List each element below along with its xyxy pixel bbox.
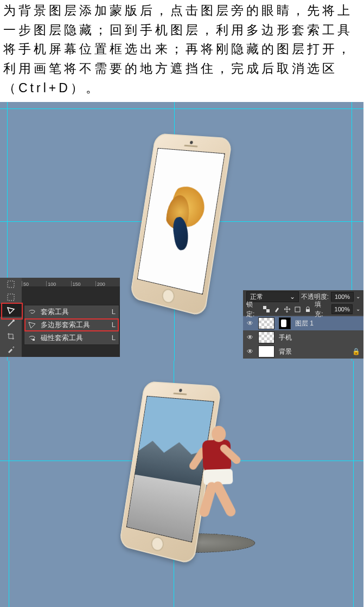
magnetic-lasso-icon <box>28 334 36 342</box>
phone-camera <box>190 141 193 144</box>
tool-item-label: 套索工具 <box>41 306 69 317</box>
guide-vertical <box>9 361 9 607</box>
layer-row[interactable]: 👁 背景 🔒 <box>243 344 363 359</box>
layer-mask-thumbnail[interactable] <box>279 317 291 329</box>
opacity-value-input[interactable]: 100% <box>331 292 354 302</box>
lock-transparency-icon[interactable] <box>263 306 270 313</box>
lasso-icon <box>28 308 36 316</box>
lock-label: 锁定: <box>246 299 260 320</box>
ruler-tick: 100 <box>46 281 71 286</box>
magnetic-lasso-tool-item[interactable]: 磁性套索工具 L <box>24 331 119 344</box>
lasso-tool-item[interactable]: 套索工具 L <box>24 305 119 318</box>
layers-header-row: 正常 ⌄ 不透明度: 100% ⌄ <box>243 290 363 303</box>
phone-mockup <box>130 133 233 317</box>
tool-shortcut: L <box>112 333 116 343</box>
layer-row[interactable]: 👁 图层 1 <box>243 316 363 330</box>
svg-rect-8 <box>266 309 270 312</box>
svg-rect-7 <box>263 306 266 309</box>
guide-vertical <box>353 361 354 607</box>
phone-speaker <box>173 393 187 395</box>
phone-speaker <box>184 145 197 148</box>
chevron-down-icon[interactable]: ⌄ <box>356 292 360 301</box>
fish-wallpaper <box>161 179 213 261</box>
ps-tool-column <box>0 278 22 357</box>
canvas-step-1: 50 100 150 200 套索工具 L <box>0 102 363 361</box>
visibility-eye-icon[interactable]: 👁 <box>246 347 254 357</box>
svg-rect-10 <box>306 309 310 312</box>
visibility-eye-icon[interactable]: 👁 <box>246 318 254 329</box>
ruler-tick: 50 <box>22 281 46 286</box>
running-man-graphic <box>186 425 254 530</box>
layer-row[interactable]: 👁 手机 <box>243 330 363 344</box>
move-tool-icon[interactable] <box>0 291 22 304</box>
lock-artboard-icon[interactable] <box>294 306 301 313</box>
svg-rect-5 <box>33 339 35 341</box>
phone-home-button <box>161 287 176 304</box>
layer-name[interactable]: 背景 <box>279 347 292 357</box>
lock-pixels-icon[interactable] <box>273 306 280 313</box>
ruler-tick: 200 <box>95 281 120 286</box>
fill-label: 填充: <box>315 299 328 320</box>
screenshot-composite: 50 100 150 200 套索工具 L <box>0 102 363 607</box>
phone-home-button <box>150 535 165 552</box>
ps-ruler: 50 100 150 200 <box>22 278 120 286</box>
lock-all-icon[interactable] <box>304 306 311 313</box>
layer-name[interactable]: 图层 1 <box>295 318 314 329</box>
chevron-down-icon[interactable]: ⌄ <box>356 305 360 314</box>
lock-icon: 🔒 <box>352 347 360 357</box>
layer-thumbnail[interactable] <box>258 331 274 343</box>
chevron-down-icon: ⌄ <box>290 292 295 302</box>
canvas-step-2 <box>0 361 363 607</box>
lock-position-icon[interactable] <box>284 306 291 313</box>
lock-icons <box>263 306 311 313</box>
phone-screen-selection <box>137 148 225 295</box>
fill-value-input[interactable]: 100% <box>331 304 353 314</box>
phone-camera <box>179 389 182 392</box>
crop-tool-icon[interactable] <box>0 330 22 343</box>
lasso-flyout-menu: 套索工具 L 多边形套索工具 L 磁性套索工具 L <box>24 305 119 345</box>
tool-highlight <box>1 303 23 320</box>
layer-thumbnail[interactable] <box>258 317 274 329</box>
ps-tools-flyout: 50 100 150 200 套索工具 L <box>0 278 120 357</box>
visibility-eye-icon[interactable]: 👁 <box>246 333 254 343</box>
svg-point-3 <box>12 320 15 322</box>
tutorial-instruction-text: 为背景图层添加蒙版后，点击图层旁的眼睛，先将上一步图层隐藏；回到手机图层，利用多… <box>0 0 364 102</box>
ps-layers-panel: 正常 ⌄ 不透明度: 100% ⌄ 锁定: 填充: 100% ⌄ <box>243 290 363 359</box>
eyedropper-tool-icon[interactable] <box>0 343 22 356</box>
svg-rect-1 <box>8 294 14 301</box>
flyout-highlight <box>24 318 119 331</box>
svg-rect-9 <box>295 307 300 312</box>
svg-rect-0 <box>8 281 14 287</box>
tool-item-label: 磁性套索工具 <box>41 333 83 343</box>
ruler-tick: 150 <box>71 281 95 286</box>
marquee-tool-icon[interactable] <box>0 278 22 291</box>
layer-thumbnail[interactable] <box>258 346 274 357</box>
layers-list: 👁 图层 1 👁 手机 👁 背景 🔒 <box>243 315 363 359</box>
layer-name[interactable]: 手机 <box>279 333 292 343</box>
guide-horizontal <box>0 108 363 109</box>
layers-lock-row: 锁定: 填充: 100% ⌄ <box>243 303 363 315</box>
tool-shortcut: L <box>112 306 116 317</box>
